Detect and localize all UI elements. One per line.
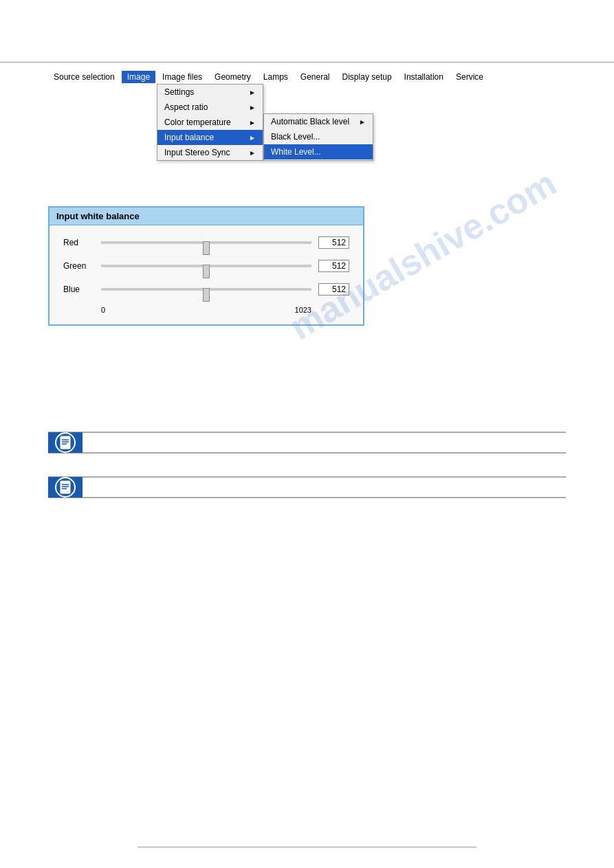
note1-doc-icon	[55, 432, 76, 453]
blue-slider-row: Blue	[63, 282, 349, 296]
dropdown-item-color-temperature[interactable]: Color temperature ►	[157, 115, 263, 130]
bottom-rule	[138, 847, 476, 847]
dropdown-item-auto-black-level[interactable]: Automatic Black level ►	[264, 114, 373, 129]
red-label: Red	[63, 238, 94, 247]
dropdown-item-black-level[interactable]: Black Level...	[264, 129, 373, 144]
dialog-title: Input white balance	[50, 208, 363, 225]
note1-icon-container	[48, 432, 83, 453]
dialog-body: Red Green Blue	[50, 225, 363, 324]
note-section-2	[48, 476, 566, 498]
menu-lamps[interactable]: Lamps	[258, 71, 294, 83]
arrow-right-icon: ►	[249, 149, 256, 157]
svg-rect-4	[61, 481, 70, 493]
menubar: Source selection Image Image files Geome…	[48, 71, 614, 83]
blue-slider-track	[101, 288, 311, 291]
menu-display-setup[interactable]: Display setup	[337, 71, 397, 83]
arrow-right-icon: ►	[249, 119, 256, 126]
arrow-right-icon: ►	[249, 104, 256, 111]
green-value-input[interactable]	[318, 260, 349, 272]
menu-geometry[interactable]: Geometry	[209, 71, 256, 83]
top-rule	[0, 62, 614, 63]
dropdown-item-input-stereo-sync[interactable]: Input Stereo Sync ►	[157, 145, 263, 160]
blue-label: Blue	[63, 285, 94, 294]
menu-installation[interactable]: Installation	[399, 71, 449, 83]
dropdown-level1: Settings ► Aspect ratio ► Color temperat…	[157, 84, 263, 161]
dropdown-item-aspect-ratio[interactable]: Aspect ratio ►	[157, 100, 263, 115]
scale-max: 1023	[295, 306, 311, 314]
green-slider-thumb[interactable]	[203, 265, 210, 278]
green-label: Green	[63, 261, 94, 271]
red-slider-row: Red	[63, 236, 349, 249]
red-slider-thumb[interactable]	[203, 241, 210, 255]
note1-content	[83, 432, 566, 453]
dropdown-item-input-balance[interactable]: Input balance ►	[157, 130, 263, 145]
dropdown-level2: Automatic Black level ► Black Level... W…	[263, 113, 373, 161]
note2-doc-icon	[55, 477, 76, 498]
note2-content	[83, 477, 566, 498]
dropdown-item-white-level[interactable]: White Level...	[264, 144, 373, 159]
blue-value-input[interactable]	[318, 283, 349, 296]
input-white-balance-dialog: Input white balance Red Green Blue	[48, 206, 364, 326]
menu-image-files[interactable]: Image files	[157, 71, 208, 83]
green-slider-track	[101, 265, 311, 267]
menu-general[interactable]: General	[295, 71, 336, 83]
menu-service[interactable]: Service	[450, 71, 489, 83]
green-slider-container[interactable]	[101, 259, 311, 273]
note-section-1	[48, 432, 566, 454]
svg-rect-0	[61, 436, 70, 449]
blue-slider-thumb[interactable]	[203, 288, 210, 302]
arrow-right-icon: ►	[249, 134, 256, 142]
note2-icon-container	[48, 477, 83, 498]
scale-min: 0	[101, 306, 105, 314]
dropdown-area: Settings ► Aspect ratio ► Color temperat…	[157, 84, 373, 161]
scale-row: 0 1023	[101, 306, 311, 314]
blue-slider-container[interactable]	[101, 282, 311, 296]
dropdown-item-settings[interactable]: Settings ►	[157, 85, 263, 100]
red-slider-container[interactable]	[101, 236, 311, 249]
red-slider-track	[101, 241, 311, 244]
menu-image[interactable]: Image	[122, 71, 155, 83]
menu-source-selection[interactable]: Source selection	[48, 71, 120, 83]
arrow-right-icon: ►	[359, 118, 366, 126]
green-slider-row: Green	[63, 259, 349, 273]
arrow-right-icon: ►	[249, 89, 256, 96]
red-value-input[interactable]	[318, 236, 349, 249]
